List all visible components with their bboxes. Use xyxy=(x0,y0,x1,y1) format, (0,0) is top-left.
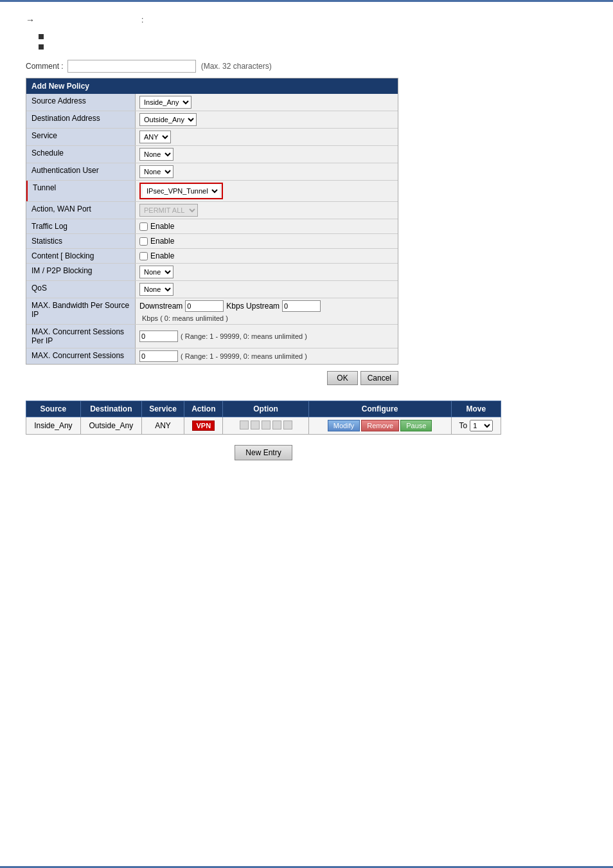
value-schedule: None xyxy=(136,146,398,163)
policy-row-max-sessions-ip: MAX. Concurrent Sessions Per IP ( Range:… xyxy=(26,325,398,348)
cell-option xyxy=(223,417,308,435)
value-action-wan: PERMIT ALL xyxy=(136,202,398,219)
label-qos: QoS xyxy=(26,281,136,298)
sessions-hint: ( Range: 1 - 99999, 0: means unlimited ) xyxy=(181,352,307,360)
select-service[interactable]: ANY xyxy=(139,131,171,143)
bullet-item-2 xyxy=(39,43,587,50)
checkbox-traffic-log[interactable] xyxy=(139,222,148,231)
policy-row-statistics: Statistics Enable xyxy=(26,234,398,249)
policy-row-qos: QoS None xyxy=(26,281,398,298)
upstream-input[interactable] xyxy=(282,300,321,312)
comment-hint: (Max. 32 characters) xyxy=(201,62,272,71)
checkbox-statistics[interactable] xyxy=(139,237,148,246)
statistics-enable-label: Enable xyxy=(150,237,174,246)
value-statistics: Enable xyxy=(136,234,398,248)
policy-row-max-sessions: MAX. Concurrent Sessions ( Range: 1 - 99… xyxy=(26,348,398,364)
pause-button[interactable]: Pause xyxy=(400,420,432,431)
policy-form-header: Add New Policy xyxy=(26,78,398,94)
select-tunnel[interactable]: IPsec_VPN_Tunnel xyxy=(143,185,220,197)
move-cell: To 1 xyxy=(457,420,495,431)
col-destination: Destination xyxy=(80,401,141,417)
modify-button[interactable]: Modify xyxy=(328,420,360,431)
new-entry-button[interactable]: New Entry xyxy=(235,445,292,460)
label-content-blocking: Content [ Blocking xyxy=(26,249,136,263)
option-icon-1 xyxy=(240,420,249,429)
arrow-icon: → xyxy=(26,15,35,25)
traffic-log-enable: Enable xyxy=(139,222,174,231)
remove-button[interactable]: Remove xyxy=(361,420,399,431)
label-action-wan: Action, WAN Port xyxy=(26,202,136,219)
content-area: → : Comment : (Max. 32 characters) Add N… xyxy=(0,2,613,473)
value-content-blocking: Enable xyxy=(136,249,398,263)
policy-row-service: Service ANY xyxy=(26,129,398,146)
cell-source: Inside_Any xyxy=(26,417,81,435)
colon-text: : xyxy=(141,15,143,24)
label-tunnel: Tunnel xyxy=(26,181,136,201)
new-entry-wrapper: New Entry xyxy=(26,445,501,460)
bullet-square-1 xyxy=(39,34,44,39)
label-max-bandwidth: MAX. Bandwidth Per Source IP xyxy=(26,298,136,324)
downstream-input[interactable] xyxy=(185,300,224,312)
label-traffic-log: Traffic Log xyxy=(26,219,136,233)
bullet-item-1 xyxy=(39,33,587,39)
option-icon-2 xyxy=(251,420,260,429)
vpn-badge: VPN xyxy=(192,420,215,431)
option-icon-4 xyxy=(272,420,281,429)
col-source: Source xyxy=(26,401,81,417)
label-schedule: Schedule xyxy=(26,146,136,163)
label-max-sessions-ip: MAX. Concurrent Sessions Per IP xyxy=(26,325,136,348)
policy-row-traffic-log: Traffic Log Enable xyxy=(26,219,398,234)
value-qos: None xyxy=(136,281,398,298)
policy-row-source-address: Source Address Inside_Any xyxy=(26,94,398,111)
select-schedule[interactable]: None xyxy=(139,148,173,161)
value-max-bandwidth: Downstream Kbps Upstream Kbps ( 0: means… xyxy=(136,298,398,324)
value-im-p2p: None xyxy=(136,264,398,280)
move-to-label: To xyxy=(459,421,467,430)
configure-buttons: Modify Remove Pause xyxy=(314,420,446,431)
value-source-address: Inside_Any xyxy=(136,94,398,111)
label-statistics: Statistics xyxy=(26,234,136,248)
select-qos[interactable]: None xyxy=(139,283,173,296)
select-auth-user[interactable]: None xyxy=(139,165,173,178)
results-table: Source Destination Service Action Option… xyxy=(26,401,501,435)
cell-destination: Outside_Any xyxy=(80,417,141,435)
value-service: ANY xyxy=(136,129,398,145)
col-option: Option xyxy=(223,401,308,417)
col-move: Move xyxy=(451,401,501,417)
cancel-button[interactable]: Cancel xyxy=(360,371,398,385)
downstream-label: Downstream xyxy=(139,302,182,311)
content-blocking-enable-label: Enable xyxy=(150,251,174,260)
option-icon-3 xyxy=(262,420,271,429)
label-im-p2p: IM / P2P Blocking xyxy=(26,264,136,280)
arrow-line: → : xyxy=(26,15,587,25)
statistics-enable: Enable xyxy=(139,237,174,246)
cell-move: To 1 xyxy=(451,417,501,435)
select-im-p2p[interactable]: None xyxy=(139,266,173,278)
policy-row-content-blocking: Content [ Blocking Enable xyxy=(26,249,398,264)
policy-row-tunnel: Tunnel IPsec_VPN_Tunnel xyxy=(26,181,398,202)
policy-row-im-p2p: IM / P2P Blocking None xyxy=(26,264,398,281)
select-destination-address[interactable]: Outside_Any xyxy=(139,113,197,126)
bullet-list xyxy=(39,33,587,50)
select-action-wan: PERMIT ALL xyxy=(139,204,198,217)
value-max-sessions: ( Range: 1 - 99999, 0: means unlimited ) xyxy=(136,348,398,364)
comment-input[interactable] xyxy=(67,60,196,73)
max-sessions-ip-input[interactable] xyxy=(139,330,178,342)
content-blocking-enable: Enable xyxy=(139,251,174,260)
table-row: Inside_Any Outside_Any ANY VPN xyxy=(26,417,501,435)
policy-row-max-bandwidth: MAX. Bandwidth Per Source IP Downstream … xyxy=(26,298,398,325)
option-icons xyxy=(240,420,292,429)
label-max-sessions: MAX. Concurrent Sessions xyxy=(26,348,136,364)
label-auth-user: Authentication User xyxy=(26,163,136,180)
move-select[interactable]: 1 xyxy=(470,420,493,431)
results-header-row: Source Destination Service Action Option… xyxy=(26,401,501,417)
cell-action: VPN xyxy=(184,417,223,435)
value-tunnel: IPsec_VPN_Tunnel xyxy=(136,181,398,201)
label-service: Service xyxy=(26,129,136,145)
ok-button[interactable]: OK xyxy=(327,371,357,385)
bandwidth-hint: Kbps ( 0: means unlimited ) xyxy=(142,314,228,322)
max-sessions-input[interactable] xyxy=(139,350,178,362)
select-source-address[interactable]: Inside_Any xyxy=(139,96,191,109)
sessions-ip-hint: ( Range: 1 - 99999, 0: means unlimited ) xyxy=(181,332,307,340)
checkbox-content-blocking[interactable] xyxy=(139,252,148,260)
